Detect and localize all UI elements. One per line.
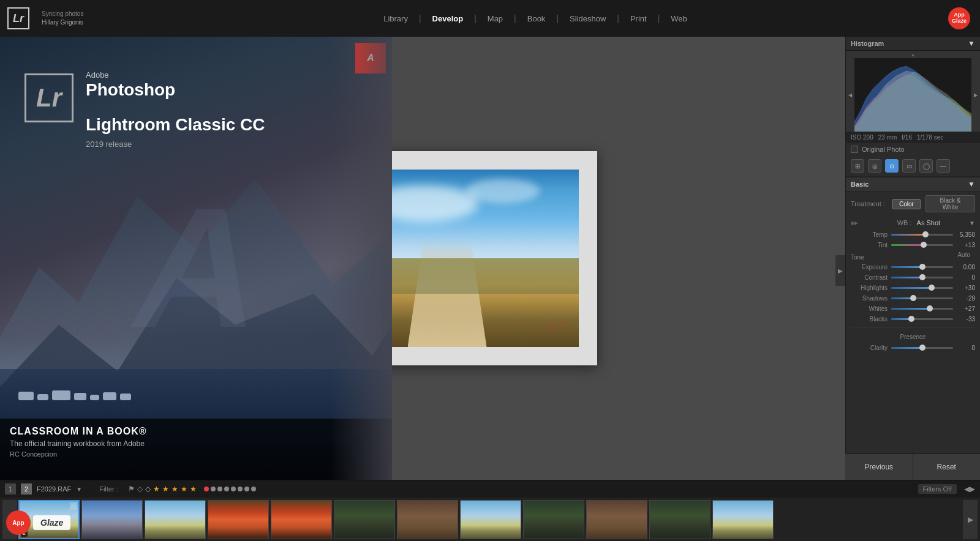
auto-btn[interactable]: Auto — [957, 252, 975, 262]
grey-label-5[interactable] — [238, 487, 243, 491]
star-4[interactable]: ★ — [181, 485, 187, 493]
red-label[interactable] — [204, 487, 209, 491]
filters-off[interactable]: Filters Off — [918, 484, 957, 494]
temp-thumb[interactable] — [922, 231, 929, 237]
book-title: CLASSROOM IN A BOOK® — [10, 426, 382, 437]
shadows-thumb[interactable] — [910, 295, 916, 301]
wb-dropdown[interactable]: ▼ — [969, 220, 975, 226]
film-thumb-9[interactable] — [523, 500, 584, 539]
histogram-left-btn[interactable]: ◀ — [846, 58, 854, 132]
filename-dropdown[interactable]: ▼ — [76, 486, 82, 493]
nav-book[interactable]: Book — [516, 10, 557, 27]
color-btn[interactable]: Color — [892, 199, 921, 209]
crop-tool[interactable]: ⊞ — [851, 159, 864, 173]
highlights-track[interactable] — [891, 287, 953, 289]
exposure-thumb[interactable] — [919, 264, 925, 270]
nav-develop[interactable]: Develop — [421, 10, 475, 27]
basic-title: Basic — [851, 181, 869, 188]
nav-library[interactable]: Library — [372, 10, 419, 27]
lr-logo-text: Lr — [7, 7, 29, 29]
splash-product-line2: Lightroom Classic CC — [86, 115, 265, 135]
contrast-track[interactable] — [891, 277, 953, 278]
red-eye-tool[interactable]: ⊙ — [885, 159, 899, 173]
original-photo-checkbox[interactable] — [851, 146, 858, 153]
film-thumb-5[interactable] — [271, 500, 332, 539]
film-thumb-6[interactable] — [334, 500, 395, 539]
film-thumb-11[interactable] — [649, 500, 710, 539]
wb-value[interactable]: As Shot — [914, 219, 967, 226]
contrast-value: 0 — [957, 274, 975, 281]
graduated-tool[interactable]: ▭ — [902, 159, 916, 173]
contrast-label: Contrast — [851, 274, 888, 281]
grey-label-2[interactable] — [217, 487, 222, 491]
previous-button[interactable]: Previous — [845, 454, 913, 480]
meta-shutter: 1/178 sec — [917, 134, 943, 141]
tint-track[interactable] — [891, 244, 953, 246]
nav-print[interactable]: Print — [619, 10, 658, 27]
spot-tool[interactable]: ◎ — [868, 159, 881, 173]
adobe-logo: A — [355, 43, 386, 73]
nav-web[interactable]: Web — [660, 10, 698, 27]
exposure-track[interactable] — [891, 266, 953, 268]
filmstrip-page-2[interactable]: 2 — [21, 483, 32, 494]
filter-label: Filter : — [99, 485, 118, 493]
clarity-track[interactable] — [891, 347, 953, 349]
star-2[interactable]: ★ — [162, 485, 169, 493]
film-thumb-8[interactable] — [460, 500, 521, 539]
blacks-thumb[interactable] — [908, 316, 914, 322]
meta-aperture: f/16 — [902, 134, 912, 141]
grey-label-1[interactable] — [211, 487, 216, 491]
star-1[interactable]: ★ — [153, 485, 160, 493]
filmstrip: 1 2 F2029.RAF ▼ Filter : ⚑ ◇ ◇ ★ ★ ★ ★ ★… — [0, 480, 980, 541]
film-thumb-7[interactable] — [397, 500, 458, 539]
top-bar: Lr Syncing photos Hillary Grigonis Libra… — [0, 0, 980, 37]
histogram-area: ◀ ▶ — [846, 58, 980, 132]
highlights-thumb[interactable] — [929, 285, 935, 291]
blacks-track[interactable] — [891, 318, 953, 320]
histogram-header: Histogram ▼ — [846, 37, 980, 51]
shadows-track[interactable] — [891, 297, 953, 299]
film-thumb-4[interactable] — [208, 500, 269, 539]
whites-thumb[interactable] — [927, 305, 933, 312]
histogram-chevron[interactable]: ▼ — [968, 39, 975, 48]
grey-label-7[interactable] — [251, 487, 256, 491]
whites-track[interactable] — [891, 308, 953, 310]
histogram-right-btn[interactable]: ▶ — [971, 58, 980, 132]
eyedropper-icon[interactable]: ✏ — [851, 218, 859, 227]
grey-label-3[interactable] — [224, 487, 229, 491]
nav-slideshow[interactable]: Slideshow — [559, 10, 617, 27]
film-thumb-3[interactable] — [145, 500, 206, 539]
tint-thumb[interactable] — [921, 242, 927, 248]
clarity-thumb[interactable] — [919, 345, 925, 351]
contrast-thumb[interactable] — [919, 274, 925, 280]
book-subtitle: The official training workbook from Adob… — [10, 439, 382, 448]
filmstrip-right-nav[interactable]: ▶ — [963, 500, 978, 539]
sync-status: Syncing photos — [42, 10, 118, 18]
filter-flag3[interactable]: ◇ — [145, 485, 151, 493]
adjustment-tool[interactable]: — — [937, 159, 950, 173]
filter-flag[interactable]: ⚑ — [128, 485, 135, 493]
filmstrip-expand[interactable]: ◀▶ — [964, 485, 975, 493]
radial-tool[interactable]: ◯ — [919, 159, 933, 173]
film-thumb-10[interactable] — [586, 500, 647, 539]
reset-button[interactable]: Reset — [913, 454, 981, 480]
film-thumb-2[interactable] — [81, 500, 143, 539]
filter-flag2[interactable]: ◇ — [137, 485, 143, 493]
basic-chevron[interactable]: ▼ — [968, 180, 975, 188]
original-photo-label: Original Photo — [862, 146, 905, 153]
right-scroll-arrow[interactable]: ▶ — [835, 255, 845, 286]
histogram-scroll-up[interactable]: ▲ — [846, 51, 980, 58]
filmstrip-page-1[interactable]: 1 — [5, 483, 16, 494]
username: Hillary Grigonis — [42, 18, 118, 27]
temp-track[interactable] — [891, 234, 953, 236]
star-5[interactable]: ★ — [190, 485, 197, 493]
grey-label-6[interactable] — [244, 487, 249, 491]
nav-map[interactable]: Map — [477, 10, 514, 27]
contrast-slider-row: Contrast 0 — [846, 272, 980, 283]
right-panel: Histogram ▼ ▲ ◀ ▶ ISO 200 23 mm f/16 1/1… — [845, 37, 980, 480]
appglaze-bottom: App Glaze — [6, 510, 70, 535]
star-3[interactable]: ★ — [172, 485, 178, 493]
grey-label-4[interactable] — [231, 487, 236, 491]
film-thumb-12[interactable] — [712, 500, 774, 539]
bw-btn[interactable]: Black & White — [925, 195, 975, 212]
